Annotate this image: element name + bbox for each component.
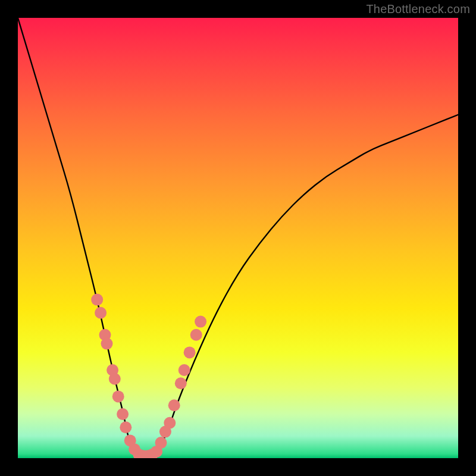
watermark-text: TheBottleneck.com [366, 2, 470, 16]
marker-dot [175, 377, 187, 389]
bottleneck-curve [18, 18, 458, 458]
marker-dot [164, 417, 176, 429]
marker-dot [91, 294, 103, 306]
marker-dot [117, 408, 129, 420]
marker-dot [168, 399, 180, 411]
chart-frame: TheBottleneck.com [0, 0, 476, 476]
marker-dot [155, 437, 167, 449]
marker-dot [184, 346, 196, 358]
marker-dot [120, 421, 131, 433]
plot-area [18, 18, 458, 458]
chart-svg [18, 18, 458, 458]
marker-dot [101, 338, 113, 350]
marker-dot [195, 316, 206, 328]
marker-dot [178, 364, 190, 376]
marker-dots [91, 294, 206, 458]
marker-dot [95, 307, 107, 319]
marker-dot [109, 373, 121, 385]
marker-dot [190, 329, 202, 341]
marker-dot [112, 390, 124, 402]
